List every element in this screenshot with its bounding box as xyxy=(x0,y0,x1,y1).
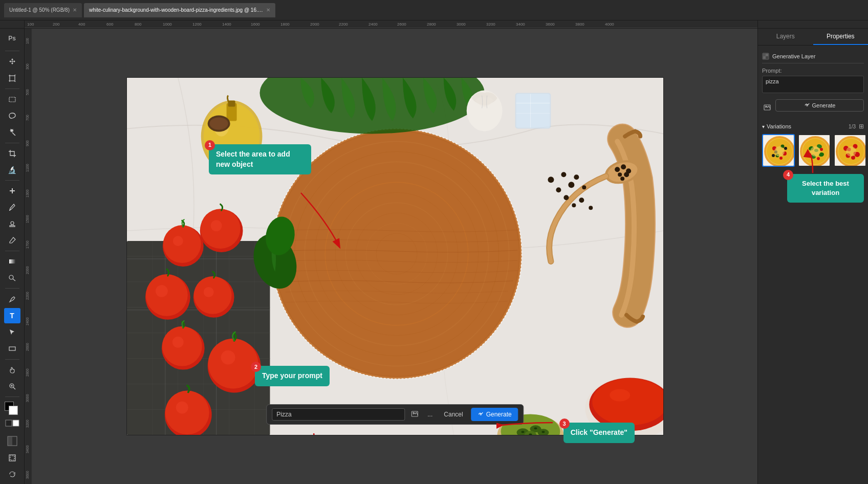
tool-dodge[interactable] xyxy=(4,270,20,285)
left-toolbar: Ps 🔬 xyxy=(0,29,25,484)
svg-point-219 xyxy=(846,146,856,157)
step-badge-2: 2 xyxy=(251,362,261,372)
tool-quick-mask[interactable] xyxy=(4,433,20,449)
tool-move[interactable] xyxy=(4,54,20,69)
tool-rotate-view[interactable] xyxy=(4,467,20,482)
tool-brush[interactable] xyxy=(4,200,20,215)
svg-text:3800: 3800 xyxy=(575,22,584,27)
variations-header: ▾ Variations 1/3 ⊞ xyxy=(762,123,864,130)
tool-frame[interactable] xyxy=(4,450,20,466)
tool-zoom[interactable] xyxy=(4,379,20,394)
step-badge-3: 3 xyxy=(559,419,570,429)
svg-text:1700: 1700 xyxy=(26,240,29,249)
panel-generate-btn[interactable]: Generate xyxy=(775,99,864,112)
svg-point-121 xyxy=(548,177,554,183)
tab-untitled-close[interactable]: ✕ xyxy=(73,7,77,13)
panel-content: Generative Layer Prompt: pizza Generate … xyxy=(758,46,868,484)
variations-count: 1/3 xyxy=(849,124,856,129)
more-options-btn[interactable]: ... xyxy=(424,408,436,421)
svg-line-32 xyxy=(12,133,15,136)
svg-point-125 xyxy=(574,174,579,180)
color-swatches[interactable] xyxy=(5,402,20,416)
tab-properties[interactable]: Properties xyxy=(813,29,869,45)
tool-hand[interactable] xyxy=(4,362,20,377)
tool-type[interactable]: T xyxy=(4,308,20,323)
prompt-input[interactable] xyxy=(272,408,405,421)
image-canvas[interactable]: 1 Select the area to add new object xyxy=(126,77,664,435)
tool-lasso[interactable] xyxy=(4,108,20,123)
tool-eyedropper[interactable]: 🔬 xyxy=(4,162,20,178)
tab-untitled-label: Untitled-1 @ 50% (RGB/8) xyxy=(9,7,70,13)
svg-text:2000: 2000 xyxy=(26,266,29,274)
tool-artboard[interactable] xyxy=(4,70,20,85)
tool-content-aware-fill[interactable] xyxy=(5,419,20,431)
variations-grid-icon[interactable]: ⊞ xyxy=(859,123,864,130)
tool-path-select[interactable] xyxy=(4,324,20,340)
svg-rect-179 xyxy=(766,56,768,59)
tool-stamp[interactable] xyxy=(4,216,20,231)
tool-gradient[interactable] xyxy=(4,254,20,269)
prompt-textarea[interactable]: pizza xyxy=(762,76,864,93)
svg-rect-47 xyxy=(10,456,14,460)
tab-culinary-label: white-culinary-background-with-wooden-bo… xyxy=(89,7,263,13)
generative-layer-header: Generative Layer xyxy=(762,50,864,63)
svg-rect-177 xyxy=(766,54,768,56)
gen-image-btn[interactable] xyxy=(409,408,420,421)
tab-culinary[interactable]: white-culinary-background-with-wooden-bo… xyxy=(84,3,275,17)
svg-text:2400: 2400 xyxy=(368,22,378,27)
callout-4-arrow xyxy=(797,148,828,174)
svg-text:900: 900 xyxy=(26,140,29,146)
tool-crop[interactable] xyxy=(4,145,20,161)
tool-eraser[interactable] xyxy=(4,233,20,248)
variation-thumb-3[interactable] xyxy=(834,134,866,167)
background-swatch[interactable] xyxy=(9,406,18,415)
panel-image-gen-btn[interactable] xyxy=(762,102,772,114)
svg-point-36 xyxy=(9,275,13,279)
background-image xyxy=(127,78,663,435)
callout-3-container: 3 Click "Generate" xyxy=(563,423,635,443)
ruler-corner xyxy=(0,20,25,29)
callout-3-arrow xyxy=(496,407,558,438)
svg-text:2200: 2200 xyxy=(26,292,29,300)
svg-rect-31 xyxy=(9,97,15,102)
svg-rect-37 xyxy=(9,347,15,350)
svg-text:3000: 3000 xyxy=(26,394,29,402)
svg-point-126 xyxy=(582,185,586,189)
svg-rect-22 xyxy=(10,76,15,81)
tab-culinary-close[interactable]: ✕ xyxy=(266,7,270,13)
svg-text:1600: 1600 xyxy=(251,22,260,27)
svg-text:2400: 2400 xyxy=(26,317,29,325)
callout-4-text: Select the best variation xyxy=(802,180,849,196)
svg-text:1500: 1500 xyxy=(26,215,29,223)
layer-icon-svg xyxy=(762,53,769,60)
svg-text:700: 700 xyxy=(26,115,29,121)
tool-healing[interactable] xyxy=(4,183,20,199)
tab-untitled[interactable]: Untitled-1 @ 50% (RGB/8) ✕ xyxy=(4,3,82,17)
tool-marquee-rect[interactable] xyxy=(4,92,20,107)
divider-6 xyxy=(5,288,19,289)
cancel-btn[interactable]: Cancel xyxy=(440,408,467,421)
svg-text:2200: 2200 xyxy=(339,22,348,27)
svg-point-148 xyxy=(162,326,202,366)
svg-point-119 xyxy=(624,172,629,177)
tool-magic-wand[interactable] xyxy=(4,124,20,140)
panel-generate-row: Generate xyxy=(762,99,864,117)
tool-shape[interactable] xyxy=(4,341,20,356)
variation-thumb-1[interactable] xyxy=(762,134,795,167)
tab-layers[interactable]: Layers xyxy=(758,29,813,45)
callout-3: 3 Click "Generate" xyxy=(563,423,635,443)
svg-point-149 xyxy=(172,337,184,348)
divider-4 xyxy=(5,180,19,181)
svg-point-182 xyxy=(806,104,808,106)
svg-text:800: 800 xyxy=(135,22,142,27)
svg-point-122 xyxy=(561,172,566,177)
svg-rect-43 xyxy=(13,420,19,426)
svg-rect-45 xyxy=(8,436,12,446)
svg-point-128 xyxy=(572,203,576,207)
tool-pen[interactable] xyxy=(4,291,20,306)
svg-text:3200: 3200 xyxy=(486,22,495,27)
svg-point-127 xyxy=(563,195,569,200)
svg-point-174 xyxy=(480,413,482,415)
svg-point-130 xyxy=(589,206,593,210)
svg-point-129 xyxy=(579,197,584,203)
